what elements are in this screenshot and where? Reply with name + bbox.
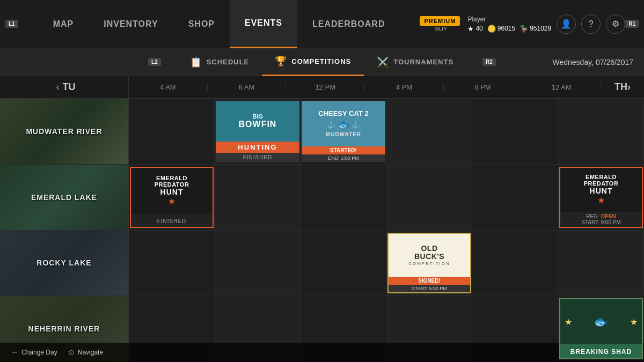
time-slot-1: 8 AM xyxy=(208,83,287,91)
settings-button[interactable]: ⚙ xyxy=(606,14,625,34)
event-oldbucks[interactable]: OLD BUCK'S COMPETITION SIGNED! START: 5:… xyxy=(387,233,471,294)
grid-rows: MUDWATER RIVER BIG BOWFIN HUNTING xyxy=(0,99,644,362)
top-nav: L1 MAP INVENTORY SHOP EVENTS LEADERBOARD… xyxy=(0,0,644,48)
navigate-icon: ⊙ xyxy=(68,348,75,357)
date-display: Wednesday, 07/26/2017 xyxy=(553,58,634,67)
rocky-cell-1 xyxy=(215,231,301,296)
competitions-label: COMPETITIONS xyxy=(291,57,351,65)
emerald-right-footer: REG: OPEN START: 9:00 PM xyxy=(560,212,642,227)
next-day-nav[interactable]: TH › xyxy=(601,76,644,99)
emerald-cell-2 xyxy=(301,165,386,230)
next-day-label: TH xyxy=(614,82,627,93)
emerald-left-main: EMERALD PREDATOR HUNT ★ xyxy=(131,168,213,214)
neherrin-label: NEHERRIN RIVER xyxy=(28,324,100,333)
emerald-right-line2: PREDATOR xyxy=(584,180,619,187)
competitions-icon: 🏆 xyxy=(275,55,287,67)
r2-badge[interactable]: R2 xyxy=(482,58,496,66)
rocky-cell-5 xyxy=(558,231,644,296)
nav-inventory[interactable]: INVENTORY xyxy=(89,0,173,48)
cheesy-anchor-right-icon: ⚓ xyxy=(352,121,360,129)
l1-badge[interactable]: L1 xyxy=(5,20,18,28)
time-slot-3: 4 PM xyxy=(365,83,444,91)
coin-icon: 🪙 xyxy=(487,25,496,33)
event-emerald-left[interactable]: EMERALD PREDATOR HUNT ★ FINISHED xyxy=(130,167,214,228)
event-emerald-right[interactable]: EMERALD PREDATOR HUNT ★ REG: OPEN START:… xyxy=(559,167,643,228)
time-slot-5: 12 AM xyxy=(522,83,601,91)
sub-nav-schedule[interactable]: 📋 SCHEDULE xyxy=(177,48,262,76)
bowfin-bowfin-label: BOWFIN xyxy=(239,120,277,129)
oldbucks-status: SIGNED! xyxy=(389,277,470,285)
cheesy-fish-row: ⚓ 🐟 ⚓ xyxy=(327,119,360,130)
cheesy-status: STARTED! xyxy=(302,146,385,154)
player-name: Player xyxy=(467,16,551,23)
emerald-right-start: START: 9:00 PM xyxy=(562,219,640,225)
emerald-left-footer: FINISHED xyxy=(131,214,213,227)
schedule-label: SCHEDULE xyxy=(207,58,250,66)
rocky-cell-4 xyxy=(472,231,558,296)
nav-map[interactable]: MAP xyxy=(38,0,89,48)
bowfin-big-label: BIG xyxy=(252,113,263,120)
event-cheesy[interactable]: CHEESY CAT 2 ⚓ 🐟 ⚓ MUDWATER STARTED! END… xyxy=(302,101,385,162)
rocky-cell-2 xyxy=(301,231,386,296)
player-block: Player ★ 40 🪙 96015 🦆 951029 xyxy=(467,16,551,33)
location-mudwater: MUDWATER RIVER xyxy=(0,99,129,164)
stat-stars: ★ 40 xyxy=(467,25,482,33)
help-button[interactable]: ? xyxy=(581,14,601,34)
premium-label[interactable]: PREMIUM xyxy=(420,16,460,26)
emerald-cell-1 xyxy=(215,165,301,230)
navigate-label: Navigate xyxy=(78,349,103,356)
emerald-reg-open: OPEN xyxy=(601,213,616,219)
star-icon: ★ xyxy=(467,25,474,33)
sub-nav-tournaments[interactable]: ⚔️ TOURNAMENTS xyxy=(364,48,466,76)
bowfin-card: BIG BOWFIN HUNTING FINISHED xyxy=(216,101,299,162)
oldbucks-card: OLD BUCK'S COMPETITION SIGNED! START: 5:… xyxy=(387,233,471,294)
l2-badge[interactable]: L2 xyxy=(148,58,161,66)
prev-day-nav[interactable]: ‹ TU xyxy=(0,76,129,99)
tournaments-icon: ⚔️ xyxy=(377,56,389,68)
stars-value: 40 xyxy=(475,25,482,32)
cheesy-end: END: 1:00 PM xyxy=(302,154,385,162)
time-slot-2: 12 PM xyxy=(286,83,365,91)
event-bowfin[interactable]: BIG BOWFIN HUNTING FINISHED xyxy=(216,101,299,162)
emerald-left-line1: EMERALD xyxy=(156,175,187,181)
change-day-hint: ↔ Change Day xyxy=(11,348,57,357)
bowfin-top: BIG BOWFIN xyxy=(216,101,299,142)
row-emerald: EMERALD LAKE EMERALD PREDATOR HUNT xyxy=(0,165,644,231)
sub-nav-competitions[interactable]: 🏆 COMPETITIONS xyxy=(262,48,364,76)
stat-coins: 🪙 96015 xyxy=(487,25,515,33)
breaking-top: ★ 🐟 ★ xyxy=(560,299,642,344)
nav-shop[interactable]: SHOP xyxy=(173,0,230,48)
oldbucks-line2: BUCK'S xyxy=(414,253,444,261)
friends-button[interactable]: 👤 xyxy=(557,14,576,34)
sub-nav: L2 📋 SCHEDULE 🏆 COMPETITIONS ⚔️ TOURNAME… xyxy=(0,48,644,76)
nav-events[interactable]: EVENTS xyxy=(230,0,297,48)
prev-day-label: TU xyxy=(63,82,76,93)
emerald-right-line3: HUNT xyxy=(590,187,613,195)
emerald-left-star-icon: ★ xyxy=(168,196,175,206)
emerald-right-line1: EMERALD xyxy=(586,174,617,180)
emerald-right-reg: REG: OPEN xyxy=(562,213,640,219)
emerald-cell-3 xyxy=(386,165,472,230)
r1-badge[interactable]: R1 xyxy=(625,20,639,28)
event-breaking[interactable]: ★ 🐟 ★ BREAKING SHAD xyxy=(559,298,643,359)
row-rocky: ROCKY LAKE OLD BUCK'S COMPETITION xyxy=(0,231,644,297)
rocky-label: ROCKY LAKE xyxy=(36,258,91,267)
bowfin-footer: FINISHED xyxy=(216,153,299,162)
breaking-star-right-icon: ★ xyxy=(630,317,638,327)
cheesy-mudwater-label: MUDWATER xyxy=(326,131,361,137)
emerald-cell-4 xyxy=(472,165,558,230)
breaking-card: ★ 🐟 ★ BREAKING SHAD xyxy=(559,298,643,359)
breaking-title: BREAKING SHAD xyxy=(570,348,632,356)
emerald-left-line2: PREDATOR xyxy=(155,181,189,188)
nav-leaderboard[interactable]: LEADERBOARD xyxy=(297,0,400,48)
stat-duck: 🦆 951029 xyxy=(519,25,551,33)
emerald-right-card: EMERALD PREDATOR HUNT ★ REG: OPEN START:… xyxy=(559,167,643,228)
premium-block[interactable]: PREMIUM BUY xyxy=(420,16,462,32)
next-arrow-icon: › xyxy=(627,82,631,93)
rocky-cell-0 xyxy=(129,231,215,296)
time-slots: 4 AM 8 AM 12 PM 4 PM 8 PM 12 AM xyxy=(129,83,601,91)
oldbucks-sub: COMPETITION xyxy=(408,261,450,266)
emerald-left-line3: HUNT xyxy=(160,188,184,196)
mudwater-cell-5 xyxy=(558,99,644,164)
duck-value: 951029 xyxy=(530,25,551,32)
